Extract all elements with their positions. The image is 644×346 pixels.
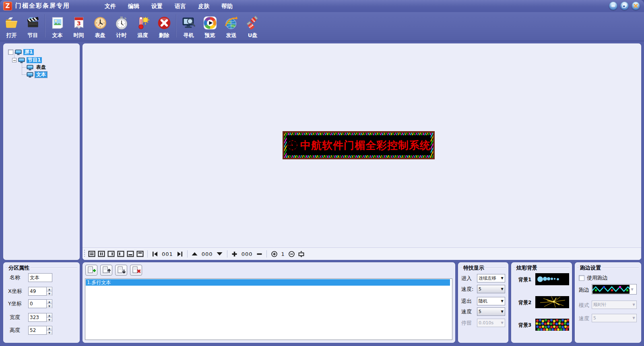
chevron-down-icon: ▼ (630, 288, 635, 291)
send-button[interactable]: 发送 (221, 12, 242, 41)
chevron-down-icon: ▼ (500, 287, 505, 291)
last-page-button[interactable] (175, 249, 185, 258)
restore-button[interactable] (620, 2, 629, 10)
tree-item-text[interactable]: 文本 (27, 71, 47, 78)
find-device-button[interactable]: 寻机 (178, 12, 199, 41)
menu-help[interactable]: 帮助 (215, 0, 239, 12)
zoom-out-button[interactable] (287, 249, 297, 258)
align-top-button[interactable] (135, 249, 145, 258)
width-stepper[interactable]: ▲▼ (47, 313, 52, 322)
spin-up-icon: ▲ (47, 287, 52, 292)
move-item-down-button[interactable] (115, 265, 127, 276)
move-item-up-button[interactable] (100, 265, 112, 276)
exit-effect-select[interactable]: 随机 ▼ (477, 297, 505, 305)
divider (227, 250, 227, 257)
enter-effect-label: 进入 (461, 275, 472, 282)
open-button[interactable]: 打开 (1, 12, 22, 41)
x-coordinate-label: X坐标 (8, 288, 22, 295)
align-horizontal-button[interactable] (87, 249, 97, 258)
row-down-button[interactable] (215, 249, 225, 258)
menu-skin[interactable]: 皮肤 (192, 0, 215, 12)
background3-thumbnail[interactable] (535, 319, 569, 331)
first-page-button[interactable] (150, 249, 160, 258)
name-field[interactable] (28, 273, 52, 282)
spin-up-icon: ▲ (47, 300, 52, 304)
align-bottom-button[interactable] (126, 249, 135, 258)
tree-item-dial[interactable]: 表盘 (27, 64, 47, 71)
spin-down-icon: ▼ (47, 318, 52, 322)
height-stepper[interactable]: ▲▼ (47, 326, 52, 335)
height-field[interactable] (28, 326, 47, 335)
divider (266, 250, 267, 257)
list-item-multiline-text[interactable]: 1.多行文本 (86, 279, 450, 286)
text-button[interactable]: 文本 (47, 12, 68, 41)
tree-item-program1[interactable]: 节目1 (12, 57, 42, 64)
collapse-expander-icon[interactable] (12, 58, 17, 62)
toolbar-grip[interactable] (84, 250, 85, 258)
tree-item-screen1[interactable]: 屏1 (8, 49, 34, 56)
align-vertical-button[interactable] (97, 249, 106, 258)
align-top-icon (136, 251, 144, 257)
decrease-button[interactable] (254, 249, 264, 258)
x-coordinate-stepper[interactable]: ▲▼ (47, 287, 52, 296)
name-label: 名称 (10, 274, 20, 281)
delete-button[interactable]: 删除 (153, 12, 175, 41)
toolbar-separator (176, 14, 177, 37)
background2-thumbnail[interactable] (535, 296, 569, 308)
width-field[interactable] (28, 313, 47, 322)
usb-button[interactable]: USBUSB U盘 (242, 12, 263, 41)
close-button[interactable] (632, 2, 640, 10)
program-button[interactable]: 节目 (22, 12, 43, 41)
temperature-button[interactable]: 温度 (132, 12, 153, 41)
delete-item-button[interactable] (130, 265, 142, 276)
exit-speed-select[interactable]: 5 ▼ (477, 307, 505, 316)
screen1-checkbox[interactable] (8, 49, 13, 55)
zoom-in-button[interactable] (269, 249, 279, 258)
calendar-icon: 3March (72, 15, 86, 31)
increase-button[interactable] (230, 249, 239, 258)
background2-label: 背景2 (518, 299, 531, 306)
clapperboard-icon (26, 15, 40, 31)
zoom-out-icon (288, 251, 295, 257)
row-up-button[interactable] (190, 249, 200, 258)
page-number: 001 (162, 251, 173, 257)
align-right-button[interactable] (106, 249, 116, 258)
down-triangle-icon (216, 251, 223, 257)
enter-speed-select[interactable]: 5 ▼ (477, 285, 505, 293)
timer-button[interactable]: 计时 (111, 12, 132, 41)
preview-button[interactable]: 预览 (199, 12, 221, 41)
led-display-preview[interactable]: 中航软件门楣全彩控制系统 (283, 131, 435, 159)
add-item-button[interactable] (85, 265, 97, 276)
preview-canvas[interactable]: 中航软件门楣全彩控制系统 001 000 000 (83, 43, 641, 260)
dial-button[interactable]: 表盘 (89, 12, 111, 41)
monitor-icon (27, 65, 33, 70)
menu-language[interactable]: 语言 (169, 0, 192, 12)
background1-thumbnail[interactable] (535, 273, 569, 285)
fit-screen-button[interactable] (297, 249, 306, 258)
chevron-down-icon: ▼ (631, 316, 636, 320)
minimize-button[interactable] (609, 2, 617, 10)
x-coordinate-field[interactable] (28, 287, 47, 296)
menu-file[interactable]: 文件 (99, 0, 122, 12)
align-left-button[interactable] (116, 249, 126, 258)
minimize-icon (611, 4, 615, 8)
plus-icon (231, 251, 237, 257)
menu-bar: 文件 编辑 设置 语言 皮肤 帮助 (99, 0, 239, 12)
page-delete-icon (131, 266, 141, 275)
time-button[interactable]: 3March 时间 (68, 12, 89, 41)
border-speed-label: 速度 (579, 315, 589, 322)
stopwatch-icon (114, 15, 129, 31)
enter-effect-select[interactable]: 连续左移 ▼ (477, 274, 505, 282)
chevron-down-icon: ▼ (500, 299, 505, 303)
menu-edit[interactable]: 编辑 (122, 0, 145, 12)
align-bottom-icon (127, 251, 134, 257)
use-border-checkbox[interactable] (579, 275, 584, 281)
zoom-level: 1 (281, 251, 285, 257)
minus-icon (256, 251, 262, 257)
border-style-select[interactable]: ▼ (592, 284, 637, 295)
y-coordinate-field[interactable] (28, 299, 47, 308)
y-coordinate-stepper[interactable]: ▲▼ (47, 299, 52, 308)
add-page-icon (86, 266, 97, 275)
content-listbox[interactable]: 1.多行文本 (85, 278, 452, 340)
menu-settings[interactable]: 设置 (145, 0, 169, 12)
